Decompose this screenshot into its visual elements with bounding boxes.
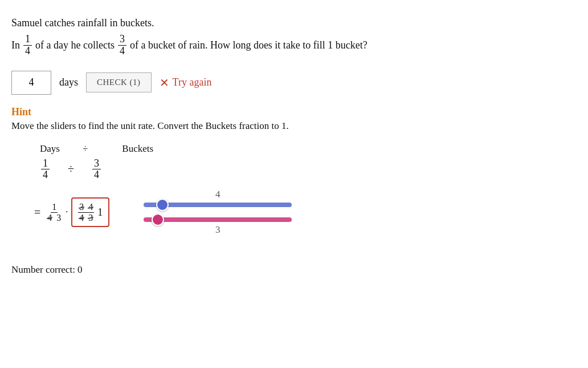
x-icon: ✕ [160, 76, 169, 90]
strikethrough-4a: 4 [47, 213, 52, 223]
diag-frac1: 1 4 [41, 158, 50, 181]
strikethrough-3a: 3 [79, 202, 84, 212]
middle-text: of a day he collects [35, 39, 115, 51]
boxed-fraction: 3 4 4 3 1 [71, 197, 109, 227]
try-again: ✕ Try again [160, 76, 212, 90]
slider-blue-thumb[interactable] [156, 199, 169, 211]
answer-input[interactable] [11, 71, 51, 95]
slider-pink-row: 3 [144, 217, 292, 236]
diagram-equation: = 1 4 3 · 3 [34, 197, 109, 227]
diagram-fractions: 1 4 ÷ 3 4 [40, 158, 577, 181]
eq-result: 1 [97, 207, 103, 219]
problem-title: Samuel catches rainfall in buckets. [11, 17, 577, 29]
sliders-container: 4 3 [144, 189, 292, 236]
strikethrough-4b: 4 [88, 202, 93, 212]
diagram-header: Days ÷ Buckets [40, 143, 577, 155]
buckets-header: Buckets [122, 143, 153, 155]
slider-pink-bottom-label: 3 [144, 224, 292, 236]
dot-1: · [66, 207, 68, 217]
slider-blue-row: 4 [144, 189, 292, 207]
slider-pink-track-container [144, 217, 292, 222]
hint-text: Move the sliders to find the unit rate. … [11, 120, 577, 132]
diag-frac2: 3 4 [92, 158, 101, 181]
eq-frac1: 1 4 3 [46, 202, 62, 223]
slider-blue-top-label: 4 [144, 189, 292, 200]
slider-blue-track-container [144, 203, 292, 207]
slider-pink-thumb[interactable] [152, 213, 164, 226]
check-button[interactable]: CHECK (1) [86, 72, 152, 92]
problem-statement: In 1 4 of a day he collects 3 4 of a buc… [11, 34, 577, 57]
equals-symbol: = [34, 206, 40, 219]
diag-divider: ÷ [68, 163, 74, 176]
in-text: In [11, 39, 20, 51]
divider-header: ÷ [83, 143, 88, 155]
answer-row: days CHECK (1) ✕ Try again [11, 71, 577, 95]
hint-section: Hint Move the sliders to find the unit r… [11, 106, 577, 132]
slider-pink-track[interactable] [144, 217, 292, 222]
hint-title: Hint [11, 106, 577, 118]
strikethrough-3b: 3 [88, 213, 93, 223]
strikethrough-4c: 4 [79, 213, 84, 223]
slider-blue-track[interactable] [144, 203, 292, 207]
fraction-1-4: 1 4 [23, 34, 32, 57]
days-label: days [59, 76, 78, 88]
after-text: of a bucket of rain. How long does it ta… [130, 39, 368, 51]
try-again-text: Try again [173, 76, 212, 88]
number-correct: Number correct: 0 [11, 264, 577, 276]
fraction-3-4: 3 4 [118, 34, 126, 57]
days-header: Days [40, 143, 60, 155]
diagram-area: Days ÷ Buckets 1 4 ÷ 3 4 = 1 4 [11, 143, 577, 236]
eq-frac2: 3 4 4 3 [78, 202, 94, 223]
